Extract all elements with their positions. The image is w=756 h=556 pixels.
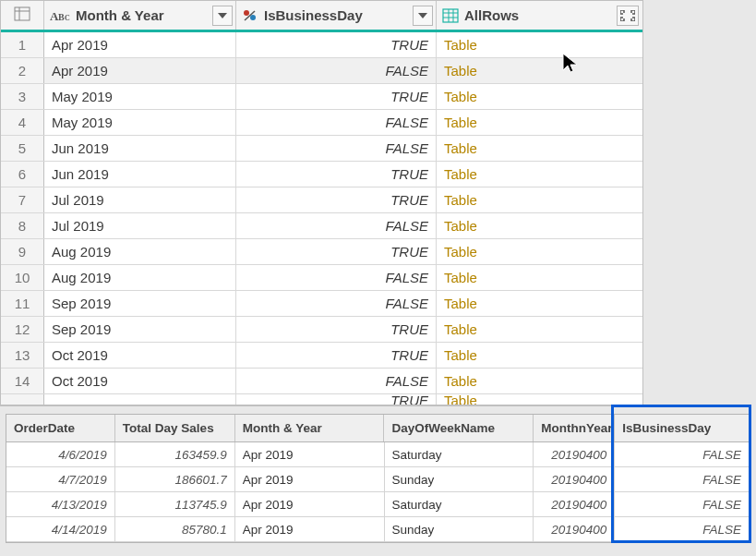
cell-month-year[interactable]: Oct 2019 — [44, 369, 236, 393]
cell-monthyear[interactable]: Apr 2019 — [235, 442, 385, 466]
column-header-isbusinessday[interactable]: IsBusinessDay — [236, 1, 437, 30]
cell-allrows-tablelink[interactable]: Table — [437, 58, 642, 83]
cell-isbusinessday[interactable]: TRUE — [236, 343, 437, 368]
cell-isbusinessday[interactable]: TRUE — [236, 162, 437, 187]
table-row[interactable]: 9Aug 2019TRUETable — [1, 239, 642, 265]
row-number-cell[interactable]: 9 — [1, 239, 44, 264]
cell-isbusinessday[interactable]: FALSE — [615, 442, 749, 466]
cell-isbusinessday[interactable]: TRUE — [236, 84, 437, 109]
row-number-cell[interactable]: 6 — [1, 162, 44, 187]
table-row[interactable]: 8Jul 2019FALSETable — [1, 213, 642, 239]
cell-isbusinessday[interactable]: FALSE — [236, 110, 437, 135]
column-header-allrows[interactable]: AllRows — [437, 1, 642, 30]
cell-allrows-tablelink[interactable]: Table — [437, 136, 642, 161]
cell-allrows-tablelink[interactable]: Table — [437, 265, 642, 290]
preview-row[interactable]: 4/14/201985780.1Apr 2019Sunday20190400FA… — [6, 517, 749, 542]
row-number-cell[interactable]: 12 — [1, 317, 44, 342]
row-number-cell[interactable]: 14 — [1, 369, 44, 393]
column-header-month-year[interactable]: ABC Month & Year — [44, 1, 236, 30]
cell-month-year[interactable]: Apr 2019 — [44, 32, 236, 57]
cell-month-year[interactable]: May 2019 — [44, 110, 236, 135]
table-row[interactable]: 6Jun 2019TRUETable — [1, 162, 642, 187]
cell-monthnyear[interactable]: 20190400 — [534, 492, 615, 516]
cell-monthnyear[interactable]: 20190400 — [534, 442, 615, 466]
table-row[interactable]: 14Oct 2019FALSETable — [1, 369, 642, 394]
row-number-cell[interactable]: 8 — [1, 213, 44, 238]
cell-totaldaysales[interactable]: 113745.9 — [115, 492, 235, 516]
cell-dayofweekname[interactable]: Sunday — [385, 517, 534, 541]
cell-allrows-tablelink[interactable]: Table — [437, 317, 642, 342]
filter-dropdown-button[interactable] — [212, 6, 233, 26]
table-row[interactable]: 5Jun 2019FALSETable — [1, 136, 642, 162]
cell-allrows-tablelink[interactable]: Table — [437, 343, 642, 368]
cell-month-year[interactable]: May 2019 — [44, 84, 236, 109]
cell-isbusinessday[interactable]: FALSE — [236, 265, 437, 290]
cell-monthyear[interactable]: Apr 2019 — [235, 517, 385, 541]
cell-isbusinessday[interactable]: TRUE — [236, 187, 437, 212]
row-number-cell[interactable]: 3 — [1, 84, 44, 109]
cell-isbusinessday[interactable]: TRUE — [236, 317, 437, 342]
row-number-cell[interactable]: 4 — [1, 110, 44, 135]
cell-month-year[interactable]: Jun 2019 — [44, 162, 236, 187]
expand-column-button[interactable] — [617, 6, 639, 26]
cell-month-year[interactable]: Apr 2019 — [44, 58, 236, 83]
cell-totaldaysales[interactable]: 163459.9 — [115, 442, 235, 466]
cell-isbusinessday[interactable]: TRUE — [236, 239, 437, 264]
cell-orderdate[interactable]: 4/13/2019 — [6, 492, 115, 516]
cell-monthyear[interactable]: Apr 2019 — [235, 467, 385, 491]
cell-allrows-tablelink[interactable]: Table — [437, 213, 642, 238]
preview-row[interactable]: 4/7/2019186601.7Apr 2019Sunday20190400FA… — [6, 467, 749, 492]
table-row[interactable]: 3May 2019TRUETable — [1, 84, 642, 110]
cell-totaldaysales[interactable]: 85780.1 — [115, 517, 235, 541]
preview-row[interactable]: 4/13/2019113745.9Apr 2019Saturday2019040… — [6, 492, 749, 517]
table-row[interactable]: 1Apr 2019TRUETable — [1, 32, 642, 58]
cell-orderdate[interactable]: 4/7/2019 — [6, 467, 115, 491]
cell-dayofweekname[interactable]: Sunday — [385, 467, 534, 491]
cell-month-year[interactable]: Aug 2019 — [44, 265, 236, 290]
cell-dayofweekname[interactable]: Saturday — [385, 492, 534, 516]
cell-month-year[interactable]: Aug 2019 — [44, 239, 236, 264]
cell-isbusinessday[interactable]: FALSE — [236, 136, 437, 161]
row-number-cell[interactable]: 11 — [1, 291, 44, 316]
cell-month-year[interactable]: Jul 2019 — [44, 213, 236, 238]
cell-allrows-tablelink[interactable]: Table — [437, 291, 642, 316]
cell-monthyear[interactable]: Apr 2019 — [235, 492, 385, 516]
preview-col-monthnyear[interactable]: MonthnYear — [534, 415, 615, 441]
cell-month-year[interactable]: Jul 2019 — [44, 187, 236, 212]
row-number-cell[interactable]: 13 — [1, 343, 44, 368]
cell-month-year[interactable]: Sep 2019 — [44, 317, 236, 342]
cell-allrows-tablelink[interactable]: Table — [437, 84, 642, 109]
cell-monthnyear[interactable]: 20190400 — [534, 517, 615, 541]
cell-totaldaysales[interactable]: 186601.7 — [115, 467, 235, 491]
preview-col-dayofweekname[interactable]: DayOfWeekName — [384, 415, 534, 441]
row-number-cell[interactable]: 2 — [1, 58, 44, 83]
cell-allrows-tablelink[interactable]: Table — [437, 187, 642, 212]
cell-month-year[interactable]: Oct 2019 — [44, 343, 236, 368]
cell-month-year[interactable]: Jun 2019 — [44, 136, 236, 161]
preview-col-monthyear[interactable]: Month & Year — [235, 415, 385, 441]
cell-isbusinessday[interactable]: FALSE — [615, 467, 749, 491]
table-row[interactable]: 13Oct 2019TRUETable — [1, 343, 642, 369]
row-number-header[interactable] — [1, 1, 44, 30]
cell-allrows-tablelink[interactable]: Table — [437, 32, 642, 57]
cell-isbusinessday[interactable]: TRUE — [236, 32, 437, 57]
cell-orderdate[interactable]: 4/14/2019 — [6, 517, 115, 541]
row-number-cell[interactable]: 10 — [1, 265, 44, 290]
preview-col-isbusinessday[interactable]: IsBusinessDay — [615, 415, 749, 441]
table-row[interactable]: 12Sep 2019TRUETable — [1, 317, 642, 343]
preview-row[interactable]: 4/6/2019163459.9Apr 2019Saturday20190400… — [6, 442, 749, 467]
row-number-cell[interactable]: 1 — [1, 32, 44, 57]
table-row[interactable]: 10Aug 2019FALSETable — [1, 265, 642, 291]
table-row[interactable]: 7Jul 2019TRUETable — [1, 187, 642, 213]
table-row[interactable]: 4May 2019FALSETable — [1, 110, 642, 136]
cell-allrows-tablelink[interactable]: Table — [437, 369, 642, 393]
cell-isbusinessday[interactable]: FALSE — [236, 58, 437, 83]
cell-orderdate[interactable]: 4/6/2019 — [6, 442, 115, 466]
filter-dropdown-button[interactable] — [413, 6, 433, 26]
cell-allrows-tablelink[interactable]: Table — [437, 162, 642, 187]
table-row[interactable]: 11Sep 2019FALSETable — [1, 291, 642, 317]
cell-dayofweekname[interactable]: Saturday — [385, 442, 534, 466]
table-row[interactable]: 2Apr 2019FALSETable — [1, 58, 642, 84]
cell-month-year[interactable]: Sep 2019 — [44, 291, 236, 316]
cell-isbusinessday[interactable]: FALSE — [236, 369, 437, 393]
